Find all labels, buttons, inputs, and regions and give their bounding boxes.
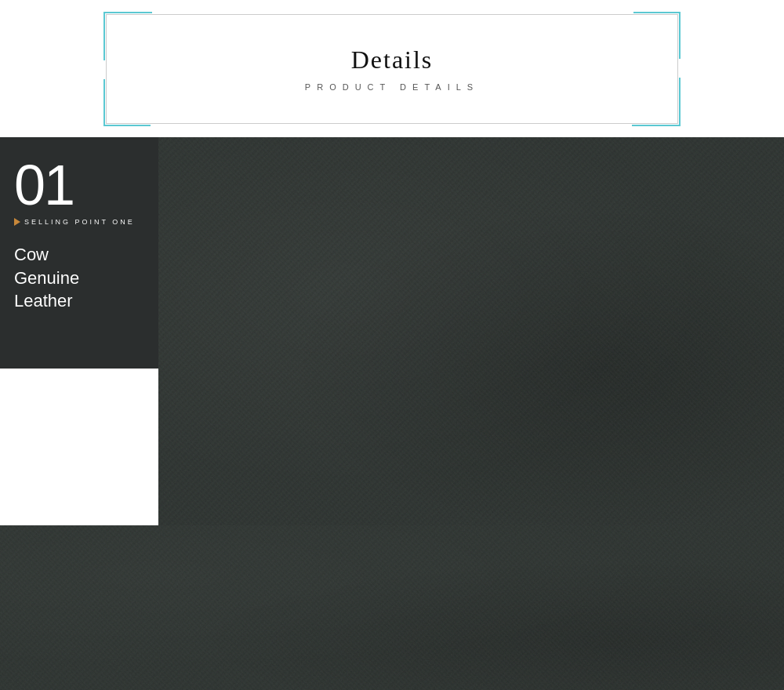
corner-accent-tr	[633, 12, 681, 59]
main-content: 01 SELLING POINT ONE Cow Genuine Leather	[0, 137, 784, 690]
selling-point-number: 01	[14, 157, 143, 213]
selling-point-arrow-icon	[14, 218, 20, 226]
noise-overlay	[158, 137, 784, 525]
header-section: Details PRODUCT DETAILS	[0, 0, 784, 137]
page-subtitle: PRODUCT DETAILS	[305, 82, 479, 92]
product-feature-text: Cow Genuine Leather	[14, 243, 143, 313]
leather-texture-area	[158, 137, 784, 525]
corner-accent-bl	[103, 79, 151, 126]
feature-line3: Leather	[14, 291, 73, 310]
header-box: Details PRODUCT DETAILS	[106, 14, 678, 124]
feature-line1: Cow	[14, 245, 49, 264]
feature-line2: Genuine	[14, 268, 79, 288]
sidebar-panel: 01 SELLING POINT ONE Cow Genuine Leather	[0, 137, 158, 369]
selling-point-label-text: SELLING POINT ONE	[24, 218, 135, 226]
selling-point-label-row: SELLING POINT ONE	[14, 218, 143, 226]
content-row-top: 01 SELLING POINT ONE Cow Genuine Leather	[0, 137, 784, 525]
noise-overlay-bottom	[0, 525, 784, 690]
content-row-bottom	[0, 525, 784, 690]
page-title: Details	[351, 45, 434, 74]
